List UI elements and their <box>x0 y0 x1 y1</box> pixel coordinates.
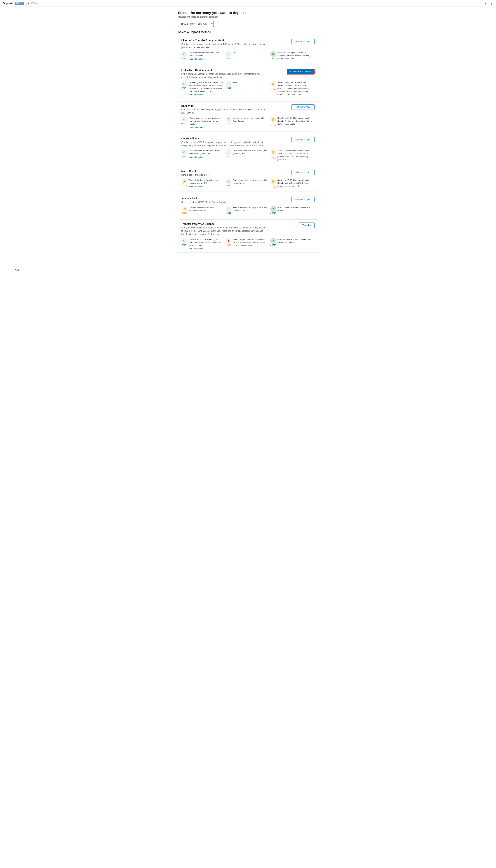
feature-col-wise-transfer-1: $ FEES Wise charges for currency convers… <box>226 238 270 250</box>
feature-icon-circle-bank-wire-1: $ <box>226 116 231 122</box>
action-button-mail-check[interactable]: Get Instructions <box>291 170 315 175</box>
method-features-scan-check: 🕐 SLOW Trade six business days after dep… <box>181 206 315 214</box>
method-card-online-bill-pay: Online Bill Pay One-time setup of IBKR a… <box>178 134 318 164</box>
method-info-mail-check: Mail a Check Send a paper check to IBKR. <box>181 170 209 177</box>
method-title-bank-wire: Bank Wire <box>181 105 268 107</box>
feature-col-wise-transfer-0: ⏱ FAST Trade within hours (depending on … <box>181 238 226 250</box>
feature-col-link-bank-0: ⏱ FAST Depending on the transfer method … <box>181 81 226 96</box>
more-info-link-link-bank-0[interactable]: More Information <box>188 94 223 96</box>
feature-icon-scan-check-1: ✂ FREE <box>226 206 231 214</box>
action-button-scan-check[interactable]: Get Instructions <box>291 197 315 203</box>
feature-content-direct-ach-1: Free <box>233 51 237 54</box>
feature-content-bank-wire-1: Determined by your bank, generally fees … <box>233 116 268 123</box>
feature-content-scan-check-0: Trade six business days after depositing… <box>188 206 223 212</box>
feature-icon-mail-check-1: ✂ FREE <box>226 179 231 187</box>
top-bar-left: Deposit U***** Add/Edit › <box>3 2 38 5</box>
feature-icon-scan-check-0: 🕐 SLOW <box>181 206 187 214</box>
feature-icon-circle-online-bill-pay-0: ⏱ <box>181 149 187 155</box>
feature-content-link-bank-0: Depending on the transfer method your ba… <box>188 81 223 96</box>
feature-col-bank-wire-2: 🪙 2 STEPS Step 1: Notify IBKR of each de… <box>270 116 315 128</box>
feature-col-link-bank-1: ✂ FREE Free <box>226 81 270 96</box>
method-title-wise-transfer: Transfer from Wise Balance <box>181 223 268 225</box>
feature-icon-circle-direct-ach-0: ⏱ <box>181 51 187 57</box>
feature-badge-mail-check-2: 2 STEPS <box>270 185 276 188</box>
method-title-online-bill-pay: Online Bill Pay <box>181 137 268 140</box>
action-button-link-bank[interactable]: + Link a Bank Account <box>287 69 315 75</box>
method-desc-bank-wire: One time setup of a Wire template at you… <box>181 108 268 114</box>
feature-content-wise-transfer-2: Use your IBKR account to initiate fund t… <box>278 238 312 244</box>
feature-text-online-bill-pay-1: Fees are determined by your bank, but ge… <box>233 149 268 155</box>
more-info-link-wise-transfer-0[interactable]: More Information <box>188 247 223 250</box>
feature-col-mail-check-0: 🕐 SLOW Trade six business days after you… <box>181 179 226 188</box>
more-info-link-bank-wire-0[interactable]: More Information <box>190 126 224 128</box>
feature-text-mail-check-2: Step 1: Notify IBKR of each deposit.Step… <box>278 179 312 188</box>
method-desc-online-bill-pay: One-time setup of IBKR as a payee in you… <box>181 141 268 147</box>
feature-content-online-bill-pay-2: Step 1: Notify IBKR of each deposit.Step… <box>278 149 312 161</box>
feature-col-direct-ach-1: ✂ FREE Free <box>226 51 270 60</box>
feature-col-scan-check-1: ✂ FREE Fees are determined by your bank,… <box>226 206 270 214</box>
feature-icon-circle-online-bill-pay-1: ✂ <box>226 149 231 155</box>
method-card-direct-ach: Direct ACH Transfer from your Bank One-t… <box>178 36 318 63</box>
feature-icon-circle-link-bank-0: ⏱ <box>181 81 187 87</box>
feature-text-scan-check-1: Fees are determined by your bank, but ge… <box>233 206 268 212</box>
method-features-bank-wire: ⏱ FASTEST Trade as quickly as one busine… <box>181 116 315 128</box>
feature-col-scan-check-2: ✓ 1 STEP Scan a check payable to you in … <box>270 206 315 214</box>
action-button-direct-ach[interactable]: Get Instructions <box>291 39 315 44</box>
feature-badge-mail-check-1: FREE <box>226 185 231 187</box>
method-info-wise-transfer: Transfer from Wise Balance Link your Wis… <box>181 223 268 236</box>
action-button-online-bill-pay[interactable]: Get Instructions <box>291 137 315 142</box>
feature-content-scan-check-2: Scan a check payable to you in IBKR Mobi… <box>278 206 312 212</box>
more-info-link-direct-ach-0[interactable]: More Information <box>188 58 223 60</box>
section-title: Select a Deposit Method <box>178 31 318 34</box>
feature-col-online-bill-pay-2: 🪙 2 STEPS Step 1: Notify IBKR of each de… <box>270 149 315 161</box>
bottom-bar: Back <box>0 262 496 275</box>
method-card-link-bank: Link a New Bank Account Link a new bank … <box>178 66 318 99</box>
feature-icon-circle-wise-transfer-1: $ <box>226 238 231 244</box>
method-info-bank-wire: Bank Wire One time setup of a Wire templ… <box>181 105 268 114</box>
feature-icon-mail-check-0: 🕐 SLOW <box>181 179 187 187</box>
main-content: Select the currency you want to deposit … <box>167 6 329 262</box>
currency-select[interactable]: United States Dollar (USD) <box>178 21 214 27</box>
feature-content-wise-transfer-0: Trade within hours (depending on currenc… <box>188 238 223 250</box>
feature-icon-circle-direct-ach-1: ✂ <box>226 51 231 57</box>
feature-icon-direct-ach-0: ⏱ FAST <box>181 51 187 59</box>
feature-col-bank-wire-1: $ FEES Determined by your bank, generall… <box>226 116 270 128</box>
feature-badge-online-bill-pay-2: 2 STEPS <box>270 155 276 159</box>
feature-content-direct-ach-0: Trade in one business day or less after … <box>188 51 223 60</box>
feature-text-direct-ach-2: Use your bank login to initiate and comp… <box>278 51 312 60</box>
feature-icon-online-bill-pay-1: ✂ FREE <box>226 149 231 157</box>
feature-icon-circle-mail-check-0: 🕐 <box>181 179 187 184</box>
back-button[interactable]: Back <box>11 268 23 273</box>
feature-icon-mail-check-2: 🪙 2 STEPS <box>270 179 276 188</box>
action-button-wise-transfer[interactable]: Transfer <box>299 223 315 228</box>
feature-content-direct-ach-2: Use your bank login to initiate and comp… <box>278 51 312 60</box>
help-icon[interactable]: ❓ <box>490 1 493 5</box>
feature-icon-circle-scan-check-1: ✂ <box>226 206 231 212</box>
feature-col-wise-transfer-2: ✓ 1 STEP Use your IBKR account to initia… <box>270 238 315 250</box>
feature-content-wise-transfer-1: Wise charges for currency conversion. Pr… <box>233 238 268 247</box>
feature-text-wise-transfer-0: Trade within hours (depending on currenc… <box>188 238 223 247</box>
method-title-link-bank: Link a New Bank Account <box>181 69 268 72</box>
feature-icon-link-bank-0: ⏱ FAST <box>181 81 187 89</box>
more-info-link-mail-check-0[interactable]: More Information <box>188 186 223 188</box>
feature-col-online-bill-pay-0: ⏱ FAST Trade in one to six business days… <box>181 149 226 161</box>
more-info-link-online-bill-pay-0[interactable]: More Information <box>188 156 223 158</box>
feature-badge-link-bank-0: FAST <box>181 87 187 89</box>
feature-badge-wise-transfer-0: FAST <box>181 244 187 246</box>
feature-content-mail-check-0: Trade six business days after your check… <box>188 179 223 188</box>
feature-content-scan-check-1: Fees are determined by your bank, but ge… <box>233 206 268 212</box>
page-subtitle: Methods are based on currency selections <box>178 16 318 18</box>
feature-content-link-bank-1: Free <box>233 81 237 84</box>
action-button-bank-wire[interactable]: Get Instructions <box>291 105 315 110</box>
add-edit-button[interactable]: Add/Edit › <box>26 2 38 5</box>
feature-icon-wise-transfer-1: $ FEES <box>226 238 231 246</box>
feature-text-bank-wire-1: Determined by your bank, generally fees … <box>233 116 268 123</box>
feature-text-link-bank-0: Depending on the transfer method your ba… <box>188 81 223 93</box>
feature-col-mail-check-2: 🪙 2 STEPS Step 1: Notify IBKR of each de… <box>270 179 315 188</box>
feature-icon-online-bill-pay-0: ⏱ FAST <box>181 149 187 157</box>
method-card-scan-check: Scan a Check Scan a check with IBKR Mobi… <box>178 194 318 217</box>
feature-text-link-bank-2: Step 1: Input your deposit amount.Step 2… <box>278 81 312 96</box>
method-info-online-bill-pay: Online Bill Pay One-time setup of IBKR a… <box>181 137 268 147</box>
feature-badge-mail-check-0: SLOW <box>181 185 187 187</box>
print-icon[interactable]: 🖨 <box>485 2 488 5</box>
